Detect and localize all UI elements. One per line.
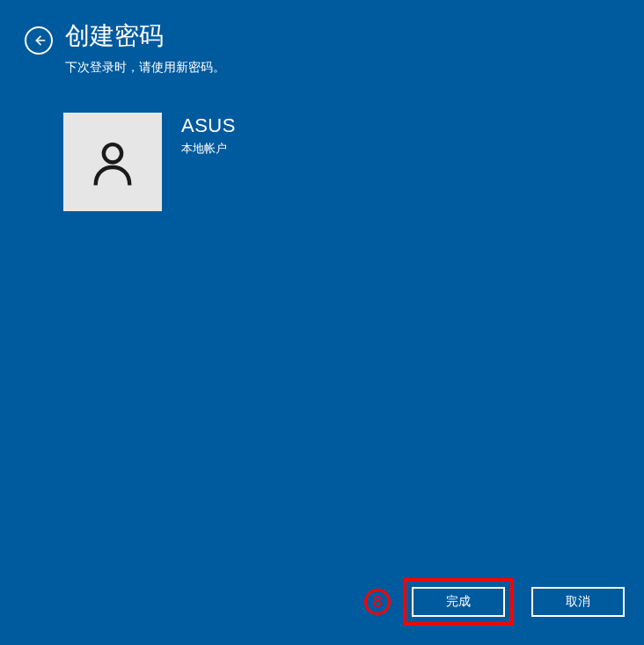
- annotation-highlight: 完成: [403, 578, 514, 626]
- finish-button[interactable]: 完成: [412, 587, 505, 617]
- username: ASUS: [181, 114, 236, 137]
- page-title: 创建密码: [65, 21, 225, 51]
- account-type: 本地帐户: [181, 141, 236, 157]
- arrow-left-icon: [32, 33, 46, 48]
- page-subtitle: 下次登录时，请使用新密码。: [65, 60, 225, 76]
- annotation-badge: 8: [364, 589, 391, 615]
- user-icon: [87, 136, 138, 187]
- cancel-button[interactable]: 取消: [531, 587, 625, 617]
- avatar: [63, 113, 162, 211]
- back-button[interactable]: [25, 26, 53, 55]
- svg-point-1: [104, 144, 121, 162]
